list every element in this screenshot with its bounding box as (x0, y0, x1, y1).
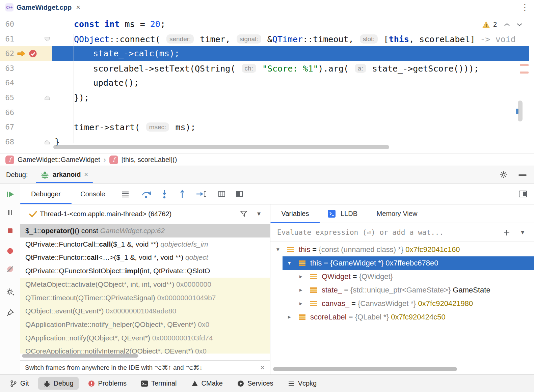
line-number[interactable]: 62 (0, 46, 14, 61)
variables-horizontal-scrollbar[interactable] (273, 367, 457, 371)
stack-frame[interactable]: QtPrivate::QFunctorSlotObject::impl(int,… (20, 264, 270, 278)
stack-frame[interactable]: QTimer::timeout(QTimer::QPrivateSignal) … (20, 291, 270, 305)
layout-settings-icon[interactable] (518, 190, 527, 198)
line-number[interactable]: 67 (0, 120, 14, 135)
evaluate-expression-row[interactable]: Evaluate expression (⏎) or add a wat... … (270, 223, 534, 242)
breadcrumb-item-lambda[interactable]: [this, scoreLabel]() (122, 156, 177, 164)
inspections-widget[interactable]: 2 (482, 21, 523, 28)
run-to-cursor-icon[interactable] (196, 190, 207, 198)
error-stripe-mark[interactable] (520, 64, 529, 66)
debugger-settings-gear-icon[interactable] (6, 287, 15, 296)
error-stripe-mark[interactable] (520, 72, 529, 74)
toolwindow-terminal[interactable]: Terminal (136, 377, 182, 390)
hint-close-icon[interactable]: × (260, 361, 265, 374)
layout-columns-icon[interactable] (235, 190, 243, 198)
frames-horizontal-scrollbar[interactable] (22, 354, 138, 358)
variable-row-scoreLabel[interactable]: ▸scoreLabel = {QLabel *} 0x7fc920424c50 (270, 310, 534, 324)
threads-view-icon[interactable] (121, 190, 130, 198)
evaluate-grid-icon[interactable] (218, 190, 226, 198)
toolwindow-services[interactable]: Services (232, 377, 278, 390)
line-number[interactable]: 68 (0, 135, 14, 149)
fold-open-marker-icon[interactable] (45, 37, 50, 41)
step-into-icon[interactable] (160, 190, 168, 199)
code-line-62[interactable]: 62state_->calc(ms); (0, 46, 534, 61)
line-number[interactable]: 60 (0, 17, 14, 32)
tab-debugger[interactable]: Debugger (20, 184, 72, 204)
stack-frame[interactable]: QObject::event(QEvent*) 0x00000001049ade… (20, 304, 270, 318)
line-number[interactable]: 64 (0, 76, 14, 90)
next-warning-icon[interactable] (516, 23, 523, 27)
editor-vertical-scrollbar[interactable] (518, 101, 523, 121)
toolwindow-problems[interactable]: Problems (83, 377, 132, 390)
code-line-66[interactable]: 66 (0, 105, 534, 120)
chevron-down-icon[interactable]: ▾ (521, 223, 525, 241)
thread-selector[interactable]: Thread-1-<com.apple.main-thread> (64762)… (20, 204, 270, 223)
editor-tab[interactable]: C++ GameWidget.cpp × (0, 0, 86, 15)
chevron-right-icon[interactable]: ▸ (299, 297, 302, 310)
step-over-icon[interactable] (141, 190, 152, 198)
stack-frame[interactable]: QMetaObject::activate(QObject*, int, int… (20, 278, 270, 291)
debug-session-tab[interactable]: arkanoid × (36, 166, 93, 183)
pin-icon[interactable] (6, 309, 14, 317)
line-number[interactable]: 61 (0, 32, 14, 47)
code-line-60[interactable]: 60const int ms = 20; (0, 17, 534, 32)
tab-close-icon[interactable]: × (76, 4, 80, 11)
evaluate-expression-input[interactable]: Evaluate expression (⏎) or add a wat... (277, 223, 444, 242)
line-number[interactable]: 65 (0, 90, 14, 105)
git-branch-icon (10, 380, 17, 387)
fold-close-marker-icon[interactable] (45, 95, 50, 100)
code-line-65[interactable]: 65}); (0, 90, 534, 105)
line-number[interactable]: 63 (0, 61, 14, 76)
resume-button[interactable] (5, 190, 15, 199)
toolwindow-minimize-icon[interactable] (518, 174, 527, 176)
stack-frame[interactable]: QCoreApplication::notifyInternal2(QObjec… (20, 344, 270, 354)
variable-row-this[interactable]: ▾this = {GameWidget *} 0x7ffeebc678e0 (270, 256, 534, 270)
toolwindow-git[interactable]: Git (5, 377, 34, 390)
stack-frame[interactable]: QApplicationPrivate::notify_helper(QObje… (20, 318, 270, 331)
view-breakpoints-icon[interactable] (6, 247, 14, 255)
code-editor[interactable]: 60const int ms = 20;61QObject::connect( … (0, 15, 534, 153)
stop-button[interactable] (6, 227, 14, 234)
variable-row-this[interactable]: ▾this = {const (unnamed class) *} 0x7fc9… (270, 243, 534, 256)
code-line-63[interactable]: 63scoreLabel->setText(QString( ch: "Scor… (0, 61, 534, 76)
step-out-icon[interactable] (178, 190, 186, 199)
toolwindow-debug[interactable]: Debug (38, 377, 79, 390)
tab-console[interactable]: Console (74, 184, 111, 204)
breadcrumb-item-constructor[interactable]: GameWidget::GameWidget (18, 156, 100, 164)
tab-memory-view[interactable]: Memory View (372, 204, 422, 223)
stack-frame[interactable]: QtPrivate::Functor::call<…>($_1 &, void … (20, 251, 270, 264)
code-line-61[interactable]: 61QObject::connect( sender: timer, signa… (0, 32, 534, 47)
stack-frame[interactable]: QtPrivate::FunctorCall::call($_1 &, void… (20, 237, 270, 251)
line-number[interactable]: 66 (0, 105, 14, 120)
fold-close-marker-icon[interactable] (45, 140, 50, 144)
code-line-64[interactable]: 64update(); (0, 76, 534, 90)
mute-breakpoints-icon[interactable] (6, 265, 14, 273)
chevron-down-icon[interactable]: ▾ (288, 256, 291, 270)
chevron-down-icon[interactable]: ▾ (276, 243, 279, 256)
frame-token: QTimer::timeout(QTimer::QPrivateSignal) (25, 294, 157, 302)
stack-frame[interactable]: QApplication::notify(QObject*, QEvent*) … (20, 331, 270, 345)
filter-icon[interactable] (240, 210, 248, 218)
pause-button[interactable] (6, 208, 14, 217)
frame-token: 0x0000000103fd74 (152, 334, 213, 342)
chevron-right-icon[interactable]: ▸ (288, 310, 291, 324)
tab-variables[interactable]: Variables (270, 204, 320, 223)
code-line-67[interactable]: 67timer->start( msec: ms); (0, 120, 534, 135)
chevron-right-icon[interactable]: ▸ (299, 270, 302, 283)
editor-horizontal-scrollbar[interactable] (53, 145, 389, 149)
breakpoint-icon[interactable] (28, 49, 37, 58)
add-watch-icon[interactable] (503, 229, 511, 237)
session-close-icon[interactable]: × (84, 171, 88, 178)
toolwindow-vcpkg[interactable]: Vcpkg (283, 377, 322, 390)
variable-row-state_[interactable]: ▸state_ = {std::unique_ptr<GameState>} G… (270, 283, 534, 297)
editor-options-menu-icon[interactable]: ⋮ (520, 2, 529, 12)
stack-frame[interactable]: $_1::operator()() const GameWidget.cpp:6… (20, 224, 270, 237)
chevron-right-icon[interactable]: ▸ (299, 283, 302, 297)
tab-lldb[interactable]: LLDB (337, 204, 361, 223)
toolwindow-cmake[interactable]: CMake (186, 377, 228, 390)
variable-row-QWidget[interactable]: ▸QWidget = {QWidget} (270, 270, 534, 283)
chevron-down-icon[interactable]: ▾ (257, 204, 261, 223)
toolwindow-settings-gear-icon[interactable] (500, 171, 508, 179)
prev-warning-icon[interactable] (504, 23, 510, 27)
variable-row-canvas_[interactable]: ▸canvas_ = {CanvasWidget *} 0x7fc9204219… (270, 297, 534, 310)
